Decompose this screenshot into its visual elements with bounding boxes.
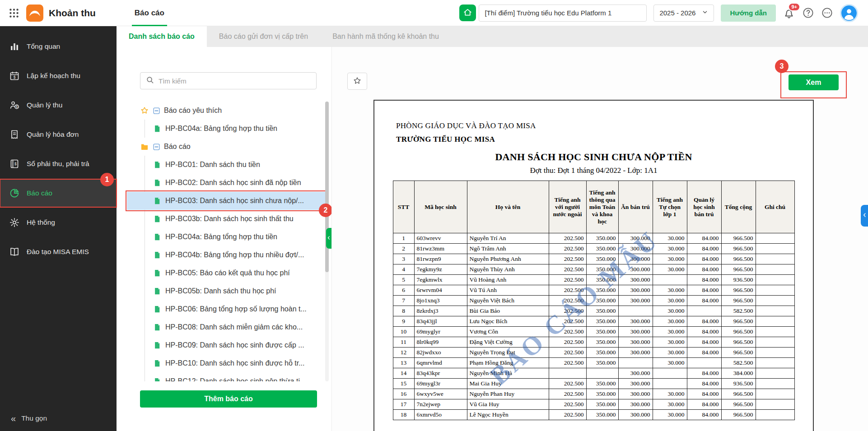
help-icon[interactable] — [802, 7, 814, 19]
avatar[interactable] — [840, 4, 858, 22]
sidebar-item-bao-cao[interactable]: Báo cáo1 — [0, 179, 117, 207]
tab-bao-cao-gui-don-vi-cap-tren[interactable]: Báo cáo gửi đơn vị cấp trên — [207, 26, 320, 47]
right-panel-toggle[interactable] — [861, 205, 868, 227]
table-cell: 300.000 — [618, 275, 653, 285]
report-item-hp-bc06[interactable]: HP-BC06: Bảng tổng hợp số lượng hoàn t..… — [153, 300, 325, 318]
search-icon — [146, 76, 154, 86]
table-cell — [687, 358, 721, 368]
sidebar-collapse-button[interactable]: « Thu gọn — [0, 406, 117, 431]
school-selector[interactable]: [Thí điểm] Trường tiểu học Edu Platform … — [479, 5, 647, 22]
guide-button[interactable]: Hướng dẫn — [721, 5, 776, 22]
table-cell — [653, 379, 687, 389]
table-cell: 17 — [393, 399, 414, 410]
tab-danh-sach-bao-cao[interactable]: Danh sách báo cáo — [117, 26, 207, 47]
sidebar-item-quan-ly-thu[interactable]: $Quản lý thu — [0, 91, 117, 119]
table-cell: 30.000 — [653, 306, 687, 316]
table-cell: 300.000 — [618, 399, 653, 410]
favorite-star-button[interactable] — [347, 73, 367, 90]
panel-collapse-handle[interactable] — [326, 228, 331, 249]
school-selector-group: [Thí điểm] Trường tiểu học Edu Platform … — [459, 5, 647, 22]
table-cell: 84.000 — [687, 337, 721, 348]
table-cell: 81rwz3mm — [414, 244, 467, 254]
table-row: 136qmrvlmdPhạm Hồng Đăng202.500350.00030… — [393, 358, 794, 368]
table-cell: 84.000 — [687, 379, 721, 389]
table-row: 1069myglyrVương Côn202.500350.000300.000… — [393, 327, 794, 337]
table-cell: Nguyễn Minh Hà — [467, 368, 549, 379]
table-cell: 69mygl3r — [414, 379, 467, 389]
school-name: [Thí điểm] Trường tiểu học Edu Platform … — [485, 9, 611, 17]
more-options-icon[interactable] — [821, 7, 833, 19]
home-button[interactable] — [459, 5, 476, 21]
table-cell: 202.500 — [549, 296, 586, 306]
sidebar-item-label: Hệ thống — [27, 218, 55, 227]
table-cell: 966.500 — [721, 389, 756, 399]
school-year-dropdown[interactable]: 2025 - 2026 — [653, 5, 714, 22]
table-cell: 30.000 — [653, 296, 687, 306]
report-item-hp-bc01[interactable]: HP-BC01: Danh sách thu tiền — [153, 156, 325, 174]
table-cell: 84.000 — [687, 233, 721, 244]
tab-ban-hanh-ma-thong-ke-khoan-thu[interactable]: Ban hành mã thống kê khoản thu — [320, 26, 451, 47]
group-children: HP-BC01: Danh sách thu tiềnHP-BC02: Danh… — [145, 156, 325, 381]
annotation-badge-1: 1 — [100, 173, 114, 186]
table-cell: 81rwzpn9 — [414, 254, 467, 264]
sidebar-item-label: Báo cáo — [27, 189, 52, 197]
header-left: Khoản thu Báo cáo — [8, 0, 164, 26]
report-group-bao-cao-yeu-thich[interactable]: Báo cáo yêu thích — [140, 102, 325, 120]
table-cell — [756, 316, 794, 327]
report-item-hp-bc04a[interactable]: HP-BC04a: Bảng tổng hợp thu tiền — [153, 228, 325, 246]
report-item-label: HP-BC04a: Bảng tổng hợp thu tiền — [165, 233, 277, 241]
sidebar-item-tong-quan[interactable]: Tổng quan — [0, 32, 117, 60]
report-item-label: HP-BC03: Danh sách học sinh chưa nộp/... — [165, 197, 304, 205]
add-report-button[interactable]: Thêm báo cáo — [140, 390, 317, 408]
table-cell: 300.000 — [618, 316, 653, 327]
report-item-hp-bc03b[interactable]: HP-BC03b: Danh sách học sinh thất thu — [153, 210, 325, 228]
sidebar-item-label: Quản lý thu — [27, 101, 62, 109]
notifications-button[interactable]: 9+ — [783, 7, 795, 19]
report-item-hp-bc12[interactable]: HP-BC12: Danh sách học sinh nộp thừa ti.… — [153, 372, 325, 381]
file-icon — [153, 215, 161, 223]
table-cell: 966.500 — [721, 337, 756, 348]
report-item-hp-bc09[interactable]: HP-BC09: Danh sách học sinh được cấp ... — [153, 336, 325, 354]
table-row: 983q43jjlLưu Ngọc Bích202.500350.000300.… — [393, 316, 794, 327]
app-grid-icon[interactable] — [8, 7, 20, 19]
table-cell: 300.000 — [618, 327, 653, 337]
sidebar-item-lap-ke-hoach-thu[interactable]: $Lập kế hoạch thu — [0, 62, 117, 90]
report-item-hp-bc08[interactable]: HP-BC08: Danh sách miễn giảm các kho... — [153, 318, 325, 336]
table-cell: 300.000 — [618, 233, 653, 244]
table-cell: 30.000 — [653, 389, 687, 399]
report-item-hp-bc02[interactable]: HP-BC02: Danh sách học sinh đã nộp tiền — [153, 174, 325, 192]
chevron-left-icon — [862, 212, 867, 220]
table-cell: 350.000 — [586, 306, 618, 316]
sidebar-item-dao-tao-misa-emis[interactable]: Đào tạo MISA EMIS — [0, 238, 117, 266]
table-cell: Ngô Trâm Anh — [467, 244, 549, 254]
report-item-hp-bc04a[interactable]: HP-BC04a: Bảng tổng hợp thu tiền — [153, 120, 325, 138]
main-content: Danh sách báo cáoBáo cáo gửi đơn vị cấp … — [117, 26, 868, 431]
top-nav-report[interactable]: Báo cáo — [135, 0, 164, 26]
report-item-hp-bc04b[interactable]: HP-BC04b: Bảng tổng hợp thu nhiều đợt/..… — [153, 246, 325, 264]
sidebar-item-label: Lập kế hoạch thu — [27, 72, 80, 80]
table-cell: 350.000 — [586, 348, 618, 358]
table-cell: 350.000 — [586, 316, 618, 327]
collapse-minus-icon[interactable] — [153, 144, 160, 150]
table-cell: 582.500 — [721, 306, 756, 316]
search-box[interactable] — [140, 72, 317, 89]
report-item-hp-bc05[interactable]: HP-BC05: Báo cáo kết quả thu học phí — [153, 264, 325, 282]
report-group-bao-cao[interactable]: Báo cáo — [140, 138, 325, 156]
report-item-hp-bc05b[interactable]: HP-BC05b: Danh sách thu học phí — [153, 282, 325, 300]
table-cell: Nguyễn Trí An — [467, 233, 549, 244]
sidebar-item-he-thong[interactable]: Hệ thống — [0, 209, 117, 236]
report-document: PHÒNG GIÁO DỤC VÀ ĐÀO TẠO MISA TRƯỜNG TI… — [373, 100, 814, 431]
file-icon — [153, 179, 161, 187]
sidebar-item-quan-ly-hoa-don[interactable]: Quản lý hóa đơn — [0, 120, 117, 148]
report-item-hp-bc03[interactable]: HP-BC03: Danh sách học sinh chưa nộp/...… — [127, 192, 325, 210]
search-input[interactable] — [159, 77, 311, 85]
report-pie-icon — [9, 188, 20, 199]
table-row: 1603wrevvNguyễn Trí An202.500350.000300.… — [393, 233, 794, 244]
sidebar-item-so-phai-thu-phai-tra[interactable]: $Sổ phải thu, phải trả — [0, 150, 117, 178]
table-cell: Nguyễn Việt Bách — [467, 296, 549, 306]
collapse-minus-icon[interactable] — [153, 107, 160, 114]
sidebar-item-label: Tổng quan — [27, 42, 60, 51]
report-item-hp-bc10[interactable]: HP-BC10: Danh sách học sinh được hỗ tr..… — [153, 354, 325, 372]
view-report-button[interactable]: Xem — [789, 74, 839, 90]
file-icon — [153, 233, 161, 241]
